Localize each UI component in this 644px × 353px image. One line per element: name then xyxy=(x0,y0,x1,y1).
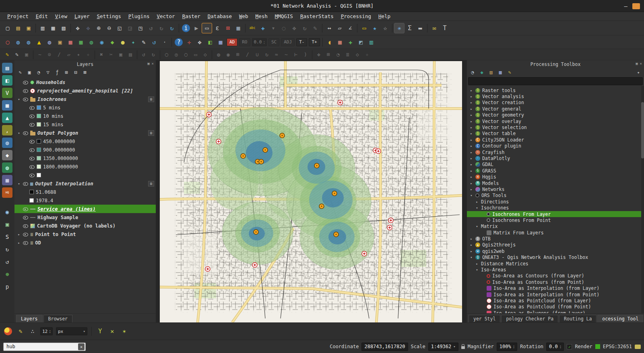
move-feature-icon[interactable]: ✥ xyxy=(194,37,205,47)
proc-item-raster-tools[interactable]: ▸QRaster tools xyxy=(467,87,644,93)
proc-item-iso-area-as-contours-from-layer[interactable]: Iso-Area as Contours (from Layer) xyxy=(467,273,644,279)
tree-arrow-icon[interactable]: ▸ xyxy=(469,156,473,160)
proc-item-iso-area-as-interpolation-from-layer[interactable]: Iso-Area as Interpolation (from Layer) xyxy=(467,285,644,291)
map-tips-balloon-icon[interactable]: ✉ xyxy=(429,23,440,33)
layer-row-1978-4[interactable]: 1978.4 xyxy=(14,196,156,205)
zoom-to-layer-icon[interactable]: ◳ xyxy=(135,23,146,33)
tab-routing-la[interactable]: Routing La xyxy=(559,315,597,322)
add-label-icon[interactable]: ✚ xyxy=(258,23,268,33)
menu-project[interactable]: Project xyxy=(4,13,32,20)
proc-item-vector-selection[interactable]: ▸QVector selection xyxy=(467,124,644,130)
layer-row-5-mins[interactable]: 5 mins xyxy=(14,103,156,112)
rotation-spinbox[interactable]: 0.0▴▾ xyxy=(546,343,564,351)
mesh-grid-icon[interactable]: ▦ xyxy=(76,37,86,47)
toolbox-menu-icon[interactable]: ▬ xyxy=(415,23,425,33)
redo-icon[interactable]: ↻ xyxy=(149,50,158,59)
tree-arrow-icon[interactable]: ▾ xyxy=(475,268,479,272)
new-project-icon[interactable]: ▢ xyxy=(2,23,13,33)
menu-vector[interactable]: Vector xyxy=(153,13,178,20)
proc-item-iso-area-as-contours-from-point[interactable]: Iso-Area as Contours (from Point) xyxy=(467,279,644,285)
processing-options-icon[interactable]: ✦ xyxy=(634,69,642,76)
style-grid-icon[interactable]: ▦ xyxy=(335,37,345,47)
warning-icon[interactable]: ▲ xyxy=(34,37,44,47)
processing-models-icon[interactable]: ◆ xyxy=(478,69,486,76)
tracing-icon[interactable]: ✧ xyxy=(362,50,372,59)
undo-icon[interactable]: ↺ xyxy=(139,50,149,59)
proc-item-matrix[interactable]: ▾Matrix xyxy=(467,224,644,230)
move-label-icon[interactable]: ✥ xyxy=(289,23,299,33)
add-group-icon[interactable]: ▣ xyxy=(25,69,33,76)
tree-arrow-icon[interactable]: ▸ xyxy=(469,88,473,92)
processing-results-icon[interactable]: ▦ xyxy=(496,69,504,76)
node-close-icon[interactable]: ✕ xyxy=(107,326,118,337)
proc-item-vector-creation[interactable]: ▸QVector creation xyxy=(467,100,644,106)
minimize-icon[interactable]: – xyxy=(624,3,627,9)
layer-row-households[interactable]: Households xyxy=(14,78,156,86)
proc-item-qneat3-qgis-network-analysis-toolbox[interactable]: ▾QQNEAT3 - Qgis Network Analysis Toolbox xyxy=(467,254,644,261)
p-plugin-icon[interactable]: p xyxy=(2,281,12,292)
add-spatialite-layer-icon[interactable]: ◆ xyxy=(2,150,12,160)
flask-icon[interactable]: ✦ xyxy=(128,37,138,47)
paste-features-icon[interactable]: ▤ xyxy=(126,50,135,59)
visibility-eye-icon[interactable] xyxy=(29,122,35,127)
tree-arrow-icon[interactable]: ▸ xyxy=(469,237,473,241)
proc-item-vector-general[interactable]: ▸QVector general xyxy=(467,106,644,112)
layer-row-450-0000000[interactable]: 450.0000000 xyxy=(14,137,156,146)
open-attribute-table-icon[interactable]: ▦ xyxy=(233,23,244,33)
zoom-full-icon[interactable]: ◱ xyxy=(114,23,125,33)
unit-combo[interactable]: px▾ xyxy=(56,327,87,335)
rotate-point-icon[interactable]: ◔ xyxy=(333,50,343,59)
digitize-with-curve-icon[interactable] xyxy=(4,327,12,335)
browser-panel-icon[interactable]: ◧ xyxy=(2,75,12,86)
t-button[interactable]: T+ xyxy=(309,38,320,46)
tab-browser[interactable]: Browser xyxy=(43,315,72,322)
proc-item-iso-area-as-interpolation-from-point[interactable]: Iso-Area as Interpolation (from Point) xyxy=(467,291,644,298)
proc-item-contour-plugin[interactable]: ▸CContour plugin xyxy=(467,143,644,149)
magnifier-spinbox[interactable]: 100%▴▾ xyxy=(497,343,518,351)
layer-row-cartodb-voyager-no-labels[interactable]: CartoDB Voyager (no labels) xyxy=(14,222,156,230)
tree-arrow-icon[interactable]: ▸ xyxy=(17,232,21,236)
crosshair-icon[interactable]: ✛ xyxy=(184,37,194,47)
tree-arrow-icon[interactable]: ▾ xyxy=(17,97,21,101)
map-canvas[interactable] xyxy=(160,61,462,322)
statistics-icon[interactable]: Σ xyxy=(405,23,415,33)
processing-toolbox-icon[interactable]: ✳ xyxy=(394,23,405,33)
show-bookmarks-icon[interactable]: ☆ xyxy=(380,23,390,33)
adj-button[interactable]: ADJ xyxy=(281,38,295,46)
coordinate-input[interactable]: 288743,1617820 xyxy=(361,343,408,351)
deselect-circle-icon[interactable]: ◯ xyxy=(2,37,13,47)
proc-item-distance-matrices[interactable]: ▸Distance Matrices xyxy=(467,261,644,267)
proc-item-iso-area-as-pointcloud-from-layer[interactable]: :Iso-Area as Pointcloud (from Layer) xyxy=(467,298,644,304)
map-themes-icon[interactable]: ◔ xyxy=(35,69,43,76)
hqgis-plugin-icon[interactable]: HQ xyxy=(2,187,12,198)
locator-search-input[interactable]: hub ✕ xyxy=(3,343,86,351)
multi-edit-icon[interactable]: ≣ xyxy=(343,50,353,59)
symbol-swatch[interactable] xyxy=(37,148,41,152)
add-ring-icon[interactable]: ◍ xyxy=(214,50,223,59)
labels-icon[interactable]: abc xyxy=(247,23,258,33)
tree-arrow-icon[interactable]: ▾ xyxy=(469,193,473,197)
add-line-icon[interactable]: ∕ xyxy=(54,50,64,59)
proc-item-directions[interactable]: ▸Directions xyxy=(467,199,644,205)
tree-arrow-icon[interactable]: ▸ xyxy=(469,249,473,253)
visibility-eye-icon[interactable] xyxy=(29,156,35,160)
layer-filter-indicator[interactable]: ▤ xyxy=(148,96,154,102)
change-label-icon[interactable]: ✎ xyxy=(310,23,320,33)
symbol-swatch[interactable] xyxy=(29,198,34,203)
proc-item-otb[interactable]: ▸OOTB xyxy=(467,236,644,242)
visibility-eye-icon[interactable] xyxy=(29,173,35,177)
zoom-in-icon[interactable]: ⊕ xyxy=(93,23,104,33)
visibility-eye-icon[interactable] xyxy=(23,131,28,135)
data-source-manager-icon[interactable]: ▤ xyxy=(2,63,12,73)
vertex-tool-all-icon[interactable]: ✦ xyxy=(74,50,83,59)
add-raster-layer-icon[interactable]: ▦ xyxy=(2,100,12,111)
proc-item-qgis2threejs[interactable]: ▸▲Qgis2threejs xyxy=(467,242,644,248)
split-layer-icon[interactable]: ◧ xyxy=(205,37,215,47)
deselect-features-icon[interactable]: ⊠ xyxy=(223,23,233,33)
tree-arrow-icon[interactable]: ▾ xyxy=(17,182,21,186)
add-postgis-layer-icon[interactable]: ◍ xyxy=(2,138,12,148)
add-xyz-layer-icon[interactable]: ▦ xyxy=(2,175,12,185)
proc-item-matrix-from-layers[interactable]: Matrix From Layers xyxy=(467,230,644,236)
rotate-feature-icon[interactable]: ↻ xyxy=(262,50,272,59)
layer-row-1800-0000000[interactable]: 1800.0000000 xyxy=(14,162,156,171)
